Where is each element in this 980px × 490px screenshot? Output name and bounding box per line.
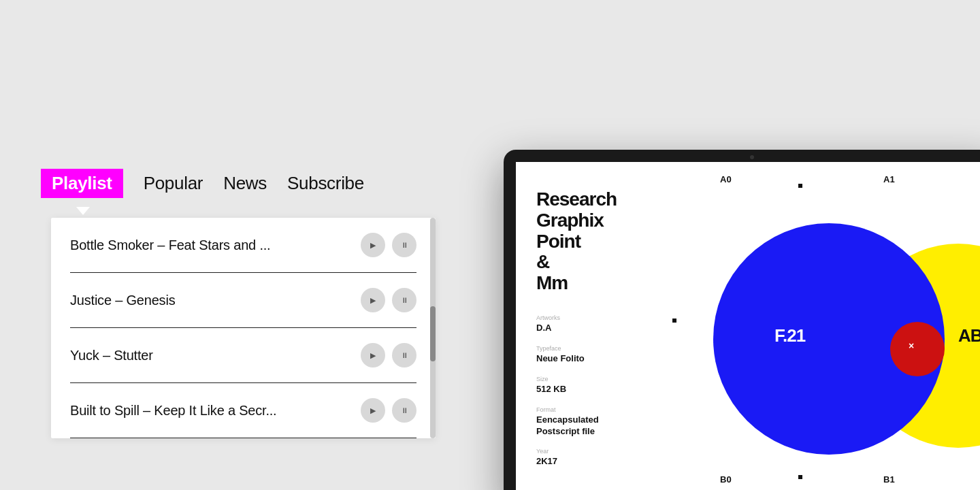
venn-diagram: F.21 AB × [693, 189, 980, 489]
tab-subscribe[interactable]: Subscribe [287, 170, 364, 197]
tab-news[interactable]: News [223, 170, 267, 197]
pause-icon [401, 240, 408, 250]
grid-dot-left [672, 318, 676, 323]
year-value: 2K17 [536, 456, 645, 468]
track-controls [361, 398, 416, 423]
tab-popular[interactable]: Popular [144, 170, 203, 197]
venn-label-ab: AB [958, 325, 980, 346]
grid-label-a1: A1 [883, 174, 895, 184]
typeface-field: Typeface Neue Folito [536, 345, 645, 365]
list-item: Justice – Genesis [51, 273, 436, 312]
circle-red [890, 322, 945, 376]
play-icon [370, 240, 376, 250]
format-field: Format EencapsulatedPostscript file [536, 406, 645, 438]
tablet-container: ResearchGraphixPoint&Mm Artworks D.A Typ… [504, 150, 980, 490]
grid-label-b1: B1 [883, 474, 895, 485]
grid-dot-top [798, 184, 802, 188]
typeface-label: Typeface [536, 345, 645, 352]
track-title: Justice – Genesis [70, 293, 175, 308]
format-label: Format [536, 406, 645, 413]
list-item: Bottle Smoker – Feat Stars and ... [51, 218, 436, 257]
format-value: EencapsulatedPostscript file [536, 414, 645, 438]
scrollbar-thumb[interactable] [430, 306, 436, 361]
grid-label-b0: B0 [720, 474, 732, 485]
tablet-frame: ResearchGraphixPoint&Mm Artworks D.A Typ… [504, 150, 980, 490]
play-button[interactable] [361, 398, 385, 423]
track-controls [361, 343, 416, 368]
left-panel: Playlist Popular News Subscribe Bottle S… [0, 0, 442, 490]
artworks-field: Artworks D.A [536, 314, 645, 334]
grid-label-a0: A0 [720, 174, 732, 184]
tab-caret [76, 207, 90, 215]
year-field: Year 2K17 [536, 448, 645, 468]
track-controls [361, 288, 416, 312]
pause-icon [401, 406, 408, 415]
artworks-value: D.A [536, 323, 645, 334]
play-button[interactable] [361, 343, 385, 368]
grid-area: A0 A1 F.21 AB × B0 [666, 162, 980, 490]
track-title: Yuck – Stutter [70, 348, 153, 363]
tablet-screen: ResearchGraphixPoint&Mm Artworks D.A Typ… [516, 162, 980, 490]
pause-button[interactable] [392, 343, 416, 368]
tablet-camera [750, 155, 754, 159]
size-value: 512 KB [536, 384, 645, 395]
brand-name: ResearchGraphixPoint&Mm [536, 189, 645, 294]
typeface-value: Neue Folito [536, 353, 645, 365]
venn-label-f21: F.21 [774, 325, 805, 346]
year-label: Year [536, 448, 645, 455]
tab-playlist[interactable]: Playlist [41, 169, 123, 198]
nav-tabs: Playlist Popular News Subscribe [41, 169, 364, 198]
play-icon [370, 406, 376, 415]
artworks-label: Artworks [536, 314, 645, 321]
play-icon [370, 350, 376, 360]
track-controls [361, 233, 416, 257]
track-title: Built to Spill – Keep It Like a Secr... [70, 403, 276, 419]
list-item: Yuck – Stutter [51, 328, 436, 368]
grid-dot-bottom [798, 475, 802, 479]
venn-label-x: × [909, 340, 914, 351]
size-field: Size 512 KB [536, 376, 645, 395]
playlist-card: Bottle Smoker – Feat Stars and ... Justi… [51, 218, 436, 438]
play-button[interactable] [361, 233, 385, 257]
size-label: Size [536, 376, 645, 382]
play-button[interactable] [361, 288, 385, 312]
track-title: Bottle Smoker – Feat Stars and ... [70, 238, 270, 253]
info-panel: ResearchGraphixPoint&Mm Artworks D.A Typ… [516, 162, 666, 490]
pause-icon [401, 350, 408, 360]
play-icon [370, 295, 376, 305]
pause-button[interactable] [392, 398, 416, 423]
track-divider [70, 438, 416, 438]
pause-icon [401, 295, 408, 305]
pause-button[interactable] [392, 233, 416, 257]
pause-button[interactable] [392, 288, 416, 312]
list-item: Built to Spill – Keep It Like a Secr... [51, 383, 436, 423]
scrollbar[interactable] [430, 218, 436, 438]
